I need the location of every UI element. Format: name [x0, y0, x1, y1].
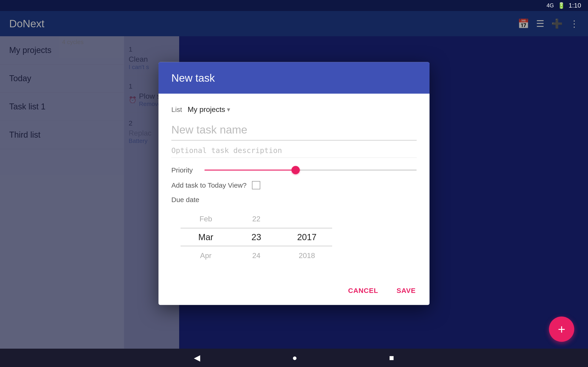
status-bar: 4G 🔋 1:10: [0, 0, 588, 11]
month-below: Apr: [181, 246, 231, 265]
dialog-header: New task: [158, 62, 430, 94]
new-task-dialog: New task List My projects ▾ Priority Add…: [158, 62, 430, 305]
dialog-actions: CANCEL SAVE: [158, 281, 430, 305]
status-icons: 4G 🔋 1:10: [546, 2, 581, 9]
today-view-row: Add task to Today View?: [171, 177, 417, 194]
battery-icon: 🔋: [558, 2, 565, 9]
back-button[interactable]: ◀: [194, 353, 200, 363]
list-selector-row: List My projects ▾: [171, 101, 417, 117]
year-column[interactable]: 2017 2018: [282, 210, 332, 265]
priority-thumb[interactable]: [292, 166, 300, 174]
divider-1: [171, 158, 417, 158]
priority-track: [204, 170, 417, 171]
signal-icon: 4G: [546, 2, 554, 9]
due-date-label: Due date: [171, 194, 417, 207]
cancel-button[interactable]: CANCEL: [344, 283, 383, 298]
dialog-title: New task: [171, 72, 417, 84]
status-time: 1:10: [569, 2, 581, 9]
month-above: Feb: [181, 210, 231, 228]
dialog-body: List My projects ▾ Priority Add task to …: [158, 94, 430, 281]
year-above: [282, 210, 332, 228]
year-below: 2018: [282, 246, 332, 265]
day-column[interactable]: 22 23 24: [231, 210, 282, 265]
day-above: 22: [231, 210, 282, 228]
task-description-input[interactable]: [171, 141, 417, 154]
today-view-checkbox[interactable]: [252, 181, 260, 190]
priority-slider-container: [204, 166, 417, 175]
home-button[interactable]: ●: [292, 353, 297, 363]
year-selected: 2017: [282, 228, 332, 246]
date-picker: Feb Mar Apr 22 23 24 2017 2018: [171, 207, 417, 272]
day-below: 24: [231, 246, 282, 265]
task-name-input[interactable]: [171, 120, 417, 141]
fab-button[interactable]: +: [549, 317, 574, 342]
dropdown-arrow-icon[interactable]: ▾: [227, 106, 230, 113]
day-selected: 23: [231, 228, 282, 246]
navigation-bar: ◀ ● ■: [0, 349, 588, 367]
list-value: My projects: [188, 105, 225, 114]
priority-label: Priority: [171, 166, 199, 174]
save-button[interactable]: SAVE: [392, 283, 420, 298]
list-label: List: [171, 106, 182, 113]
recent-button[interactable]: ■: [389, 353, 394, 363]
priority-row: Priority: [171, 160, 417, 177]
today-view-label: Add task to Today View?: [171, 181, 246, 189]
month-selected: Mar: [181, 228, 231, 246]
month-column[interactable]: Feb Mar Apr: [181, 210, 231, 265]
